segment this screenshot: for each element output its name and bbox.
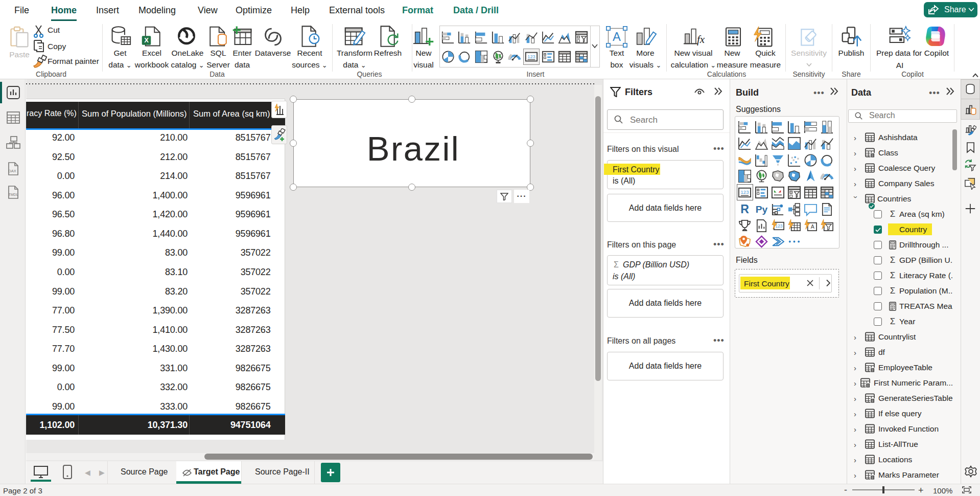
svg-text:A: A bbox=[811, 223, 815, 230]
svg-text:A: A bbox=[613, 30, 621, 43]
svg-text:123: 123 bbox=[527, 54, 535, 59]
svg-text:123: 123 bbox=[740, 189, 749, 195]
svg-text:DAX: DAX bbox=[8, 169, 16, 173]
svg-text:Py: Py bbox=[756, 204, 768, 215]
svg-text:TMDL: TMDL bbox=[8, 193, 18, 196]
svg-text:R: R bbox=[740, 202, 749, 216]
svg-text:X: X bbox=[144, 36, 149, 44]
svg-text:fx: fx bbox=[697, 33, 705, 46]
